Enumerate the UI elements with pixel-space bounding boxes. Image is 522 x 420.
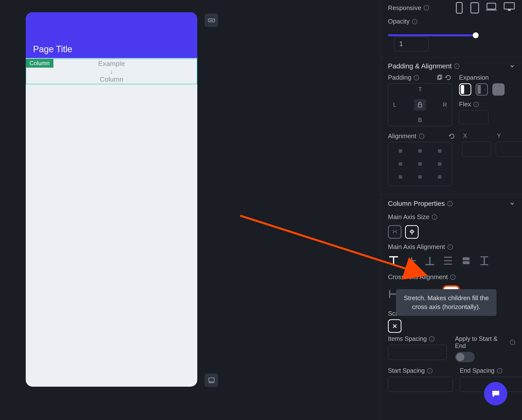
info-icon[interactable] [450,274,456,280]
tablet-icon[interactable] [470,2,479,14]
flex-input[interactable] [459,110,488,124]
padding-section-title: Padding & Alignment [388,62,452,70]
expansion-none[interactable] [459,83,471,96]
device-tool-button[interactable] [205,373,218,387]
align-bl[interactable] [399,175,402,179]
preview-header: Page Title [26,12,197,58]
info-icon[interactable] [497,368,502,373]
main-axis-alignment-label: Main Axis Alignment [388,243,453,251]
info-icon[interactable] [414,75,419,80]
alignment-grid[interactable] [388,142,452,186]
phone-preview[interactable]: Page Title Column Example ↓ Column [26,12,197,387]
copy-icon[interactable] [436,74,443,81]
main-align-space-between[interactable] [442,255,454,266]
column-section-title: Column Properties [388,200,445,208]
align-ml[interactable] [399,162,402,166]
scroll-off-button[interactable] [388,319,401,333]
widget-tool-button[interactable] [205,13,218,27]
end-spacing-label: End Spacing [460,367,522,374]
cross-axis-alignment-label: Cross Axis Alignment [388,273,456,281]
info-icon[interactable] [454,63,460,69]
chevron-down-icon[interactable] [509,201,515,207]
x-input[interactable] [462,142,491,157]
alignment-label: Alignment [388,132,455,140]
info-icon[interactable] [419,134,424,139]
properties-panel: Responsive Opacity 1 Padding & Alignment… [381,0,522,420]
example-text-1: Example [98,60,125,68]
padding-section-header[interactable]: Padding & Alignment [381,62,522,74]
expansion-label: Expansion [459,74,505,81]
svg-rect-2 [209,378,214,382]
laptop-icon[interactable] [485,2,497,11]
info-icon[interactable] [427,368,433,373]
align-tl[interactable] [399,149,402,153]
desktop-icon[interactable] [503,2,515,12]
column-badge[interactable]: Column [26,59,53,68]
responsive-row: Responsive [381,0,522,16]
x-label: X [462,132,491,139]
align-bc[interactable] [418,175,422,179]
main-align-space-evenly[interactable] [479,255,490,266]
main-align-start[interactable] [388,255,399,266]
page-title: Page Title [33,44,197,54]
align-mc[interactable] [418,162,422,166]
info-icon[interactable] [510,340,515,345]
expansion-flex[interactable]: ‹ [476,83,488,96]
info-icon[interactable] [473,102,479,107]
padding-box[interactable]: T L R B [388,83,452,126]
start-spacing-input[interactable] [388,377,453,392]
chat-icon [490,388,501,399]
info-icon[interactable] [429,336,435,342]
reset-icon[interactable] [449,133,455,139]
padding-section: Padding & Alignment Padding T L R B [381,57,522,191]
padding-lock-button[interactable] [414,99,426,111]
info-icon[interactable] [447,244,453,250]
chat-fab[interactable] [484,382,507,405]
main-align-space-around[interactable] [460,255,472,266]
stretch-tooltip: Stretch. Makes children fill the cross a… [396,289,497,316]
chevron-down-icon[interactable] [509,63,515,69]
monitor-icon [208,377,215,384]
opacity-input[interactable]: 1 [394,37,428,51]
expansion-expanded[interactable] [492,83,505,96]
align-br[interactable] [438,175,441,179]
toggle-thumb [456,353,464,361]
info-icon[interactable] [412,19,417,24]
main-align-end[interactable] [424,255,435,266]
opacity-label: Opacity [388,18,417,25]
reset-icon[interactable] [445,74,451,81]
column-section-header[interactable]: Column Properties [381,200,522,211]
flex-label: Flex [459,100,505,108]
align-mr[interactable] [438,162,441,166]
y-input[interactable] [496,142,522,157]
items-spacing-input[interactable] [388,345,447,360]
expand-icon [409,229,415,235]
phone-icon[interactable] [455,2,464,14]
svg-rect-22 [463,257,470,260]
main-axis-min[interactable] [388,225,401,239]
padding-label: Padding [388,74,452,81]
main-align-center[interactable] [406,255,417,266]
info-icon[interactable] [432,214,437,220]
padding-right[interactable]: R [443,101,447,108]
opacity-slider[interactable] [388,34,476,36]
example-text-2: Column [100,75,123,83]
apply-start-end-label: Apply to Start & End [455,335,515,349]
close-icon [392,323,398,329]
start-spacing-label: Start Spacing [388,367,453,374]
info-icon[interactable] [424,5,429,11]
main-axis-max[interactable] [405,225,419,239]
shrink-icon [391,229,398,235]
info-icon[interactable] [447,201,453,206]
svg-rect-9 [504,3,514,9]
padding-top[interactable]: T [418,86,422,93]
align-tr[interactable] [438,149,441,153]
lock-open-icon [417,102,423,108]
opacity-slider-row: 1 [381,27,522,53]
padding-bottom[interactable]: B [418,117,422,124]
opacity-row: Opacity [381,16,522,27]
align-tc[interactable] [418,149,422,153]
slider-thumb[interactable] [473,32,479,38]
padding-left[interactable]: L [393,101,396,108]
apply-start-end-toggle[interactable] [455,352,475,362]
